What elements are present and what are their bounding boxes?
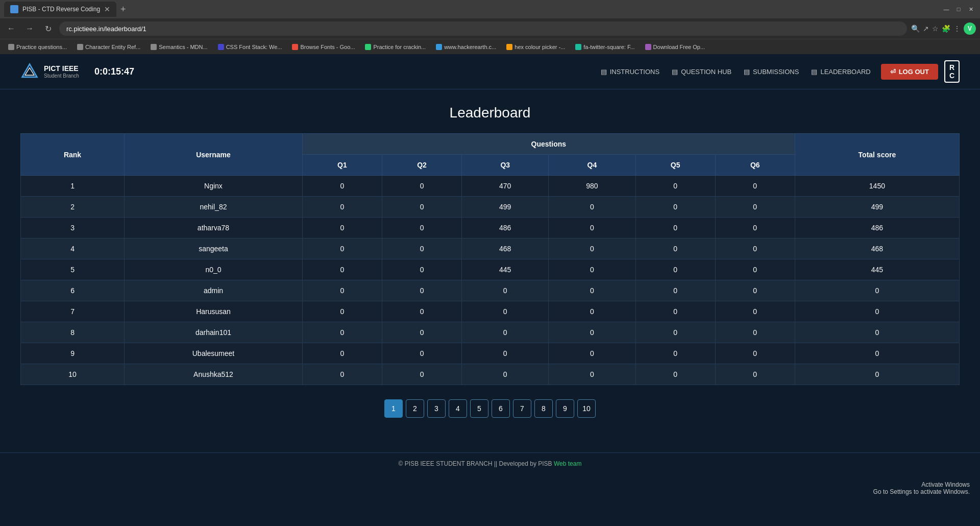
window-controls: — □ ✕ xyxy=(941,4,976,14)
total-score-cell: 1450 xyxy=(795,176,959,197)
footer-text: © PISB IEEE STUDENT BRANCH || Developed … xyxy=(399,460,552,467)
new-tab-button[interactable]: + xyxy=(120,4,126,15)
page-btn-6[interactable]: 6 xyxy=(492,399,510,418)
bookmark-favicon xyxy=(645,44,651,50)
close-button[interactable]: ✕ xyxy=(966,4,976,14)
page-btn-1[interactable]: 1 xyxy=(384,399,403,418)
rank-cell: 5 xyxy=(21,259,125,280)
page-btn-3[interactable]: 3 xyxy=(427,399,446,418)
bookmark-star-icon[interactable]: ☆ xyxy=(932,25,939,33)
browser-menu-icon[interactable]: ⋮ xyxy=(953,25,961,33)
q1-cell: 0 xyxy=(302,343,382,364)
total-score-cell: 0 xyxy=(795,364,959,385)
active-tab[interactable]: PISB - CTD Reverse Coding ✕ xyxy=(4,2,116,17)
bookmark-practice-cracking[interactable]: Practice for crackin... xyxy=(361,43,430,51)
bookmark-fa-twitter[interactable]: fa-twitter-square: F... xyxy=(571,43,639,51)
bookmark-label: fa-twitter-square: F... xyxy=(583,44,634,50)
page-btn-2[interactable]: 2 xyxy=(406,399,424,418)
forward-button[interactable]: → xyxy=(22,21,37,36)
nav-instructions[interactable]: ▤ INSTRUCTIONS xyxy=(601,68,660,76)
bookmark-favicon xyxy=(8,44,14,50)
logo-subtext: Student Branch xyxy=(44,73,79,79)
q3-cell: 499 xyxy=(462,197,549,218)
table-row: 1 Nginx 0 0 470 980 0 0 1450 xyxy=(21,176,960,197)
q4-cell: 980 xyxy=(549,176,635,197)
nav-leaderboard[interactable]: ▤ LEADERBOARD xyxy=(811,68,870,76)
browser-chrome: PISB - CTD Reverse Coding ✕ + — □ ✕ ← → … xyxy=(0,0,980,54)
logo-icon xyxy=(20,62,39,81)
q1-cell: 0 xyxy=(302,301,382,322)
username-cell: nehil_82 xyxy=(125,197,303,218)
page-btn-10[interactable]: 10 xyxy=(577,399,596,418)
bookmark-semantics-mdn[interactable]: Semantics - MDN... xyxy=(146,43,211,51)
bookmark-hex-colour[interactable]: hex colour picker -... xyxy=(502,43,569,51)
q5-cell: 0 xyxy=(635,280,715,301)
question-hub-icon: ▤ xyxy=(672,68,678,76)
page-btn-8[interactable]: 8 xyxy=(534,399,553,418)
address-icons: 🔍 ↗ ☆ 🧩 ⋮ V xyxy=(911,22,976,35)
rank-cell: 8 xyxy=(21,322,125,343)
back-button[interactable]: ← xyxy=(4,21,18,36)
q3-cell: 468 xyxy=(462,238,549,259)
bookmark-favicon xyxy=(77,44,83,50)
bookmark-download-free[interactable]: Download Free Op... xyxy=(641,43,709,51)
address-input[interactable] xyxy=(59,21,907,36)
maximize-button[interactable]: □ xyxy=(953,4,964,14)
minimize-button[interactable]: — xyxy=(941,4,951,14)
q6-cell: 0 xyxy=(715,197,795,218)
rank-cell: 3 xyxy=(21,218,125,238)
q4-cell: 0 xyxy=(549,238,635,259)
extensions-icon[interactable]: 🧩 xyxy=(942,25,950,33)
q1-cell: 0 xyxy=(302,238,382,259)
rc-text: RC xyxy=(949,63,954,80)
page-btn-9[interactable]: 9 xyxy=(556,399,574,418)
q2-header: Q2 xyxy=(382,155,462,176)
q6-header: Q6 xyxy=(715,155,795,176)
bookmark-css-font-stack[interactable]: CSS Font Stack: We... xyxy=(214,43,286,51)
q4-cell: 0 xyxy=(549,343,635,364)
profile-icon[interactable]: V xyxy=(964,22,976,35)
bookmark-practice-questions[interactable]: Practice questions... xyxy=(4,43,71,51)
q4-cell: 0 xyxy=(549,322,635,343)
page-btn-5[interactable]: 5 xyxy=(470,399,488,418)
nav-question-hub[interactable]: ▤ QUESTION HUB xyxy=(672,68,731,76)
q2-cell: 0 xyxy=(382,322,462,343)
bookmark-character-entity[interactable]: Character Entity Ref... xyxy=(73,43,144,51)
share-icon[interactable]: ↗ xyxy=(923,25,929,33)
q2-cell: 0 xyxy=(382,280,462,301)
q4-cell: 0 xyxy=(549,280,635,301)
tab-close-button[interactable]: ✕ xyxy=(104,5,110,13)
page-btn-4[interactable]: 4 xyxy=(449,399,467,418)
logout-button[interactable]: ⏎ LOG OUT xyxy=(881,64,938,80)
footer-web-team-link[interactable]: Web team xyxy=(554,460,581,467)
nav-submissions[interactable]: ▤ SUBMISSIONS xyxy=(744,68,799,76)
bookmark-hackerearth[interactable]: www.hackerearth.c... xyxy=(432,43,500,51)
total-score-cell: 486 xyxy=(795,218,959,238)
username-header: Username xyxy=(125,134,303,176)
questions-header: Questions xyxy=(302,134,795,155)
q2-cell: 0 xyxy=(382,343,462,364)
page-btn-7[interactable]: 7 xyxy=(513,399,531,418)
q6-cell: 0 xyxy=(715,176,795,197)
refresh-button[interactable]: ↻ xyxy=(41,21,55,36)
bookmark-label: Character Entity Ref... xyxy=(85,44,140,50)
q5-cell: 0 xyxy=(635,322,715,343)
main-content: Leaderboard Rank Username Questions Tota… xyxy=(0,89,980,447)
q2-cell: 0 xyxy=(382,218,462,238)
q5-cell: 0 xyxy=(635,238,715,259)
q5-cell: 0 xyxy=(635,176,715,197)
table-row: 5 n0_0 0 0 445 0 0 0 445 xyxy=(21,259,960,280)
table-row: 10 Anushka512 0 0 0 0 0 0 0 xyxy=(21,364,960,385)
zoom-icon[interactable]: 🔍 xyxy=(911,25,920,33)
q1-cell: 0 xyxy=(302,259,382,280)
q1-header: Q1 xyxy=(302,155,382,176)
q5-cell: 0 xyxy=(635,197,715,218)
username-cell: admin xyxy=(125,280,303,301)
q6-cell: 0 xyxy=(715,218,795,238)
q3-cell: 0 xyxy=(462,301,549,322)
timer-display: 0:0:15:47 xyxy=(94,66,134,77)
bookmark-browse-fonts[interactable]: Browse Fonts - Goo... xyxy=(288,43,359,51)
q3-cell: 486 xyxy=(462,218,549,238)
rank-cell: 4 xyxy=(21,238,125,259)
bookmark-label: CSS Font Stack: We... xyxy=(226,44,282,50)
